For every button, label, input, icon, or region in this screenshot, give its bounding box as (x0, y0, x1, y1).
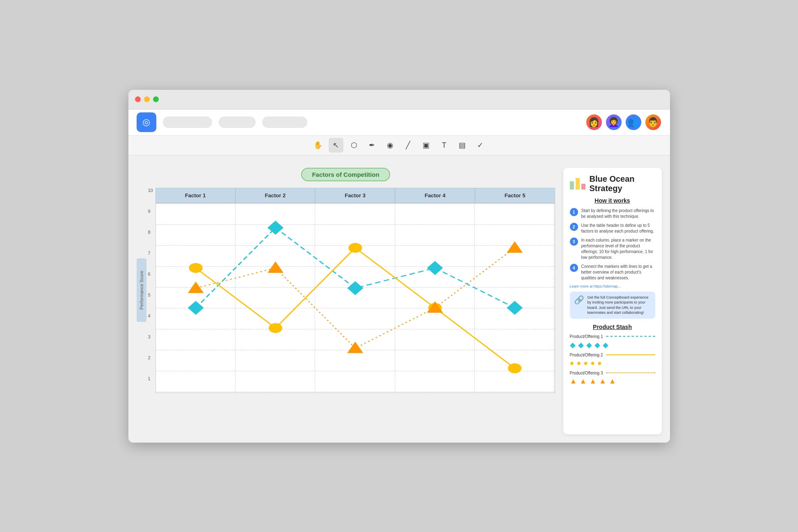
chart-svg (156, 203, 555, 393)
product-1-marker-icon-3: ◆ (586, 340, 592, 349)
chart-grid: Factor 1 Factor 2 Factor 3 Factor 4 Fact… (155, 188, 555, 393)
product-1-line (196, 228, 514, 308)
invite-text: Get the full Conceptboard experience by … (588, 295, 651, 315)
product-3-line-sample (606, 372, 655, 373)
product-3-marker-3 (347, 341, 363, 353)
col-header-3[interactable]: Factor 3 (315, 188, 395, 203)
product-3-marker-2 (268, 261, 284, 273)
product-2-marker-icon-1: ● (570, 359, 574, 368)
topbar-left: ◎ (137, 112, 307, 132)
logo[interactable]: ◎ (137, 112, 156, 132)
titlebar (128, 90, 670, 110)
right-panel: Blue Ocean Strategy How it works 1 Start… (563, 168, 662, 434)
product-3-markers: ▲ ▲ ▲ ▲ ▲ (570, 377, 655, 386)
how-it-works-heading: How it works (570, 197, 655, 204)
product-1-line-sample (606, 336, 655, 337)
hand-tool-button[interactable]: ✋ (311, 138, 325, 153)
nav-pill-2[interactable] (219, 116, 256, 128)
product-1-markers: ◆ ◆ ◆ ◆ ◆ (570, 340, 655, 349)
product-2-marker-5 (508, 363, 521, 373)
y-numbers: 10 9 8 7 6 5 4 3 2 1 (148, 188, 155, 393)
text-tool-button[interactable]: T (437, 138, 452, 153)
app-window: ◎ 👩 👩‍🦱 👥 👨 ✋ ↖ ⬡ ✒ ◉ ╱ ▣ (128, 90, 670, 443)
avatar-4[interactable]: 👨 (645, 114, 662, 131)
stamp-tool-button[interactable]: ▣ (419, 138, 434, 153)
step-1-number: 1 (570, 208, 578, 216)
nav-pill-1[interactable] (163, 116, 212, 128)
product-3-line (196, 248, 514, 348)
product-1-marker-4 (427, 261, 443, 275)
product-2-markers: ● ● ● ● ● (570, 359, 655, 368)
shape-tool-button[interactable]: ⬡ (347, 138, 361, 153)
step-2: 2 Use the table header to define up to 5… (570, 223, 655, 234)
pen-tool-button[interactable]: ✒ (365, 138, 380, 153)
invite-icon: 🔗 (574, 295, 584, 305)
product-1-row: Product/Offering 1 ◆ ◆ ◆ ◆ ◆ (570, 334, 655, 349)
product-2-marker-icon-4: ● (590, 359, 595, 368)
logo-icon: ◎ (142, 117, 150, 128)
product-2-marker-1 (189, 263, 202, 273)
product-2-line-sample (606, 354, 655, 355)
product-2-marker-icon-2: ● (576, 359, 581, 368)
product-1-marker-3 (347, 281, 363, 295)
toolbar: ✋ ↖ ⬡ ✒ ◉ ╱ ▣ T ▤ ✓ (128, 136, 670, 155)
step-4-text: Connect the markers with lines to get a … (581, 264, 655, 281)
step-4: 4 Connect the markers with lines to get … (570, 264, 655, 281)
col-header-4[interactable]: Factor 4 (395, 188, 475, 203)
line-tool-button[interactable]: ╱ (401, 138, 416, 153)
product-1-marker-icon-5: ◆ (603, 340, 608, 349)
product-stash-heading: Product Stash (570, 324, 655, 330)
product-1-marker-icon-2: ◆ (578, 340, 584, 349)
product-3-label: Product/Offering 3 (570, 371, 655, 375)
col-header-2[interactable]: Factor 2 (236, 188, 316, 203)
panel-header: Blue Ocean Strategy (570, 174, 655, 193)
minimize-button[interactable] (144, 96, 150, 102)
step-2-number: 2 (570, 223, 578, 231)
product-1-marker-icon-4: ◆ (594, 340, 600, 349)
product-3-marker-icon-2: ▲ (579, 377, 587, 386)
learn-more-link[interactable]: Learn more at https://sitemap... (570, 284, 655, 288)
product-3-row: Product/Offering 3 ▲ ▲ ▲ ▲ ▲ (570, 371, 655, 386)
avatar-2[interactable]: 👩‍🦱 (605, 114, 622, 131)
product-2-marker-icon-3: ● (583, 359, 588, 368)
step-3: 3 In each column, place a marker on the … (570, 237, 655, 260)
y-axis-label: Performance Score (137, 258, 146, 322)
avatar-1[interactable]: 👩 (585, 114, 603, 131)
note-tool-button[interactable]: ▤ (455, 138, 470, 153)
step-1: 1 Start by defining the product offering… (570, 208, 655, 219)
product-1-marker-1 (187, 301, 204, 315)
product-3-marker-5 (507, 241, 523, 253)
marker-tool-button[interactable]: ◉ (383, 138, 398, 153)
y-axis-label-wrapper: Performance Score (137, 188, 146, 393)
product-3-marker-1 (187, 281, 204, 293)
nav-pill-3[interactable] (262, 116, 307, 128)
product-2-marker-2 (269, 323, 282, 333)
select-tool-button[interactable]: ↖ (329, 138, 343, 153)
main-content: Factors of Competition Performance Score… (128, 155, 670, 443)
col-header-5[interactable]: Factor 5 (475, 188, 555, 203)
product-3-marker-icon-1: ▲ (570, 377, 577, 386)
topbar-right: 👩 👩‍🦱 👥 👨 (585, 114, 662, 131)
product-3-marker-icon-5: ▲ (609, 377, 616, 386)
invite-box: 🔗 Get the full Conceptboard experience b… (570, 292, 655, 319)
avatar-3[interactable]: 👥 (625, 114, 642, 131)
product-1-marker-5 (507, 301, 523, 315)
check-tool-button[interactable]: ✓ (473, 138, 488, 153)
chart-title: Factors of Competition (301, 168, 390, 181)
product-2-label: Product/Offering 2 (570, 353, 655, 357)
product-3-marker-icon-4: ▲ (599, 377, 606, 386)
panel-title: Blue Ocean Strategy (590, 174, 655, 193)
step-3-text: In each column, place a marker on the pe… (581, 237, 655, 260)
panel-chart-icon (570, 178, 585, 190)
window-controls (135, 96, 159, 102)
topbar: ◎ 👩 👩‍🦱 👥 👨 (128, 110, 670, 136)
step-4-number: 4 (570, 264, 578, 272)
product-2-marker-3 (348, 243, 362, 253)
step-3-number: 3 (570, 237, 578, 246)
column-headers: Factor 1 Factor 2 Factor 3 Factor 4 Fact… (155, 188, 555, 203)
close-button[interactable] (135, 96, 141, 102)
col-header-1[interactable]: Factor 1 (155, 188, 236, 203)
maximize-button[interactable] (153, 96, 159, 102)
product-3-marker-icon-3: ▲ (589, 377, 597, 386)
chart-area: Factors of Competition Performance Score… (137, 168, 555, 434)
